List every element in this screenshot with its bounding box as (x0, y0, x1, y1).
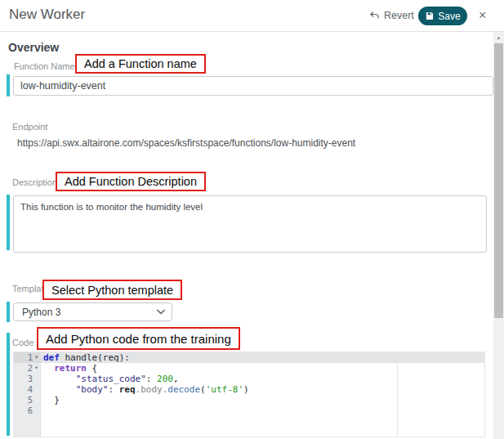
overview-heading: Overview (8, 41, 59, 54)
new-worker-panel: New Worker Revert Save × ▲ Overview (0, 0, 504, 439)
annotation-code: Add Python code from the training (37, 327, 240, 350)
line-number: 3 (28, 374, 33, 384)
gutter-line-6: 6 (14, 405, 40, 416)
template-accent-bar (7, 302, 10, 322)
chevron-down-icon (157, 309, 165, 315)
revert-button[interactable]: Revert (369, 8, 414, 23)
endpoint-label: Endpoint (12, 122, 47, 132)
description-accent-bar (7, 195, 10, 250)
scroll-up-arrow-icon[interactable]: ▲ (493, 32, 504, 43)
code-token: } (43, 395, 60, 405)
endpoint-url: https://api.swx.altairone.com/spaces/ksf… (17, 137, 355, 149)
editor-gutter: 1 ▾ 2 ▾ 3 4 5 6 (14, 352, 41, 437)
code-line-4: "body": req.body.decode('utf-8') (41, 384, 484, 395)
code-line-1: def handle(req): (41, 352, 484, 363)
line-number: 6 (28, 405, 33, 416)
annotation-description: Add Function Description (56, 172, 206, 191)
function-name-input[interactable] (13, 76, 493, 96)
fold-icon[interactable]: ▾ (33, 363, 40, 374)
gutter-line-3: 3 (14, 374, 40, 384)
annotation-function-name: Add a Function name (75, 54, 206, 74)
scrollbar-thumb[interactable] (494, 43, 503, 318)
code-token: : (146, 374, 157, 384)
description-textarea[interactable]: This function is to monitor the humidity… (13, 195, 487, 253)
gutter-line-1: 1 ▾ (14, 352, 40, 363)
description-label: Description (12, 177, 57, 187)
template-selected-value: Python 3 (22, 307, 60, 318)
save-button[interactable]: Save (418, 7, 467, 25)
code-label: Code (12, 338, 33, 347)
code-token: return (43, 363, 87, 374)
code-token: .body. (136, 384, 168, 395)
function-name-accent-bar (7, 74, 10, 96)
code-token: : (108, 384, 118, 395)
close-icon[interactable]: × (476, 7, 488, 24)
line-number: 4 (28, 384, 33, 395)
code-line-2: return { (41, 363, 484, 374)
code-token: "body" (43, 384, 108, 395)
code-token: def (43, 352, 60, 363)
code-token: req (119, 384, 136, 395)
code-token: "status_code" (43, 374, 146, 384)
panel-header: New Worker Revert Save × (0, 0, 504, 32)
code-line-3: "status_code": 200, (41, 374, 484, 384)
code-token: { (87, 363, 97, 374)
gutter-line-2: 2 ▾ (14, 363, 40, 374)
template-select[interactable]: Python 3 (13, 302, 172, 321)
gutter-line-4: 4 (14, 384, 40, 395)
annotation-template: Select Python template (42, 280, 182, 300)
undo-icon (369, 11, 380, 20)
code-token: ) (243, 384, 249, 395)
code-token: handle(req): (60, 352, 130, 363)
code-line-5: } (41, 395, 484, 405)
revert-label: Revert (384, 10, 414, 21)
code-accent-bar (7, 333, 10, 436)
gutter-line-5: 5 (14, 395, 40, 405)
code-token: 'utf-8' (206, 384, 243, 395)
save-icon (425, 11, 434, 20)
code-token: ( (200, 384, 206, 395)
vertical-scrollbar[interactable]: ▲ (493, 32, 504, 439)
code-token: 200 (157, 374, 173, 384)
code-editor[interactable]: 1 ▾ 2 ▾ 3 4 5 6 def handle(req): return … (13, 352, 485, 437)
page-title: New Worker (9, 7, 85, 23)
line-number: 5 (28, 395, 33, 405)
fold-icon[interactable]: ▾ (33, 352, 40, 363)
function-name-label: Function Name (14, 61, 75, 71)
code-token: , (173, 374, 179, 384)
code-token: decode (167, 384, 200, 395)
code-line-6 (41, 405, 484, 416)
save-label: Save (438, 11, 460, 22)
code-text-area: def handle(req): return { "status_code":… (41, 352, 484, 416)
